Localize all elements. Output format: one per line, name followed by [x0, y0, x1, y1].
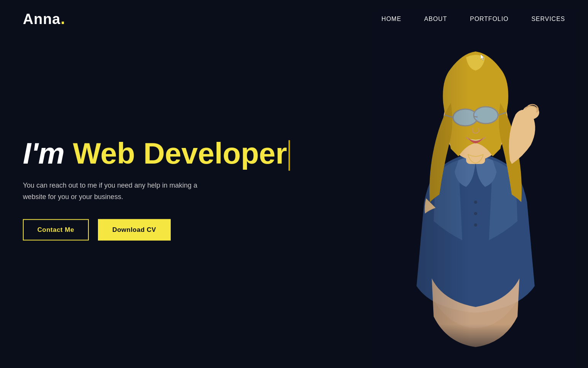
navigation: Anna . HOME ABOUT PORTFOLIO SERVICES	[0, 0, 588, 38]
hero-title-white: I'm	[23, 136, 65, 170]
hero-title: I'm Web Developer	[23, 138, 290, 170]
svg-point-13	[474, 212, 477, 215]
hero-title-yellow: Web Developer	[73, 136, 287, 170]
person-svg	[375, 11, 577, 368]
mouse-cursor	[481, 54, 485, 61]
logo-dot: .	[61, 11, 65, 27]
nav-link-about[interactable]: ABOUT	[424, 16, 447, 22]
nav-item-portfolio[interactable]: PORTFOLIO	[470, 16, 508, 22]
nav-link-home[interactable]: HOME	[381, 16, 401, 22]
hero-image-container	[352, 0, 588, 368]
svg-point-12	[474, 201, 477, 204]
nav-links: HOME ABOUT PORTFOLIO SERVICES	[381, 16, 565, 22]
nav-item-home[interactable]: HOME	[381, 16, 401, 22]
nav-item-services[interactable]: SERVICES	[531, 16, 565, 22]
contact-me-button[interactable]: Contact Me	[23, 219, 89, 241]
download-cv-button[interactable]: Download CV	[98, 219, 171, 241]
nav-link-services[interactable]: SERVICES	[531, 16, 565, 22]
svg-point-14	[474, 223, 477, 227]
hero-section: I'm Web Developer You can reach out to m…	[0, 0, 588, 368]
hero-content: I'm Web Developer You can reach out to m…	[23, 138, 290, 241]
hero-subtitle: You can reach out to me if you need any …	[23, 180, 259, 202]
logo-name: Anna	[23, 11, 61, 27]
hero-person-image	[375, 11, 577, 368]
svg-rect-15	[375, 324, 577, 368]
nav-link-portfolio[interactable]: PORTFOLIO	[470, 16, 508, 22]
typing-cursor	[288, 140, 290, 170]
hero-buttons: Contact Me Download CV	[23, 219, 290, 241]
nav-item-about[interactable]: ABOUT	[424, 16, 447, 22]
svg-line-8	[474, 116, 477, 117]
logo[interactable]: Anna .	[23, 11, 65, 27]
